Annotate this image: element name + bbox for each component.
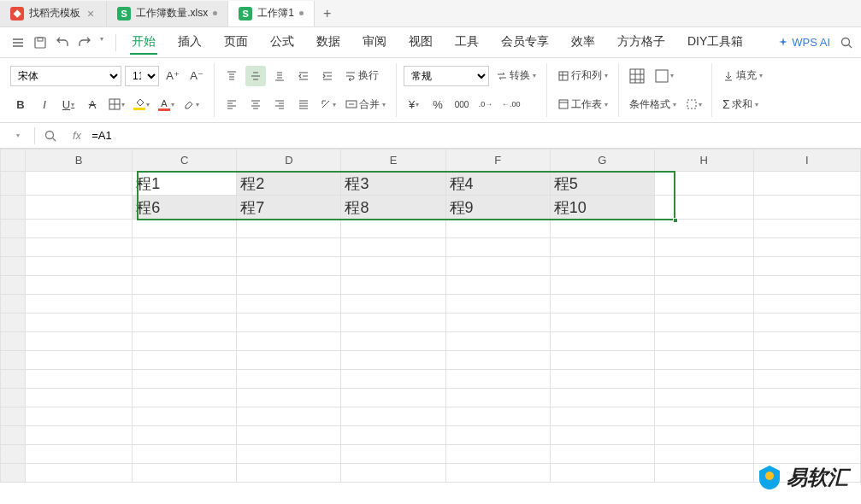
row-header[interactable]: [1, 407, 26, 426]
expand-icon[interactable]: ▾: [683, 94, 705, 114]
cell[interactable]: [25, 172, 132, 196]
tab-workbook1[interactable]: S 工作簿1: [228, 1, 315, 26]
row-header[interactable]: [1, 196, 26, 220]
menu-icon[interactable]: [10, 35, 26, 50]
redo-icon[interactable]: [77, 35, 92, 50]
select-all-corner[interactable]: [1, 149, 26, 172]
cell[interactable]: [753, 196, 860, 220]
menu-tools[interactable]: 工具: [453, 31, 481, 55]
border-button[interactable]: ▾: [106, 94, 127, 114]
indent-decrease-icon[interactable]: [293, 66, 314, 86]
cell[interactable]: [753, 172, 860, 196]
row-header[interactable]: [1, 314, 26, 332]
font-name-select[interactable]: 宋体: [10, 66, 121, 86]
menu-view[interactable]: 视图: [407, 31, 434, 55]
table-format-icon[interactable]: [626, 66, 648, 86]
new-tab-button[interactable]: +: [315, 6, 339, 21]
fx-label[interactable]: fx: [66, 129, 88, 142]
menu-page[interactable]: 页面: [222, 31, 250, 55]
menu-efficiency[interactable]: 效率: [569, 31, 597, 55]
col-header[interactable]: B: [25, 149, 132, 172]
row-header[interactable]: [1, 389, 26, 407]
chevron-down-icon[interactable]: ▾: [100, 35, 103, 50]
row-header[interactable]: [1, 332, 26, 351]
save-icon[interactable]: [32, 35, 48, 50]
cell[interactable]: 程6: [133, 196, 237, 220]
cell-style-icon[interactable]: ▾: [652, 66, 676, 86]
worksheet-button[interactable]: 工作表▾: [554, 94, 611, 114]
decrease-font-icon[interactable]: A⁻: [186, 66, 207, 86]
formula-input[interactable]: [88, 129, 861, 142]
cell[interactable]: [654, 172, 753, 196]
spreadsheet-grid[interactable]: B C D E F G H I 程1 程2 程3 程4 程5 程6 程7 程8 …: [0, 149, 861, 483]
cell[interactable]: 程9: [445, 196, 550, 220]
menu-data[interactable]: 数据: [315, 31, 342, 55]
col-header[interactable]: C: [133, 149, 237, 172]
number-format-select[interactable]: 常规: [404, 66, 489, 86]
row-header[interactable]: [1, 238, 26, 257]
row-header[interactable]: [1, 276, 26, 295]
col-header[interactable]: E: [341, 149, 445, 172]
cond-format-button[interactable]: 条件格式▾: [626, 94, 680, 114]
menu-insert[interactable]: 插入: [176, 31, 203, 55]
align-top-icon[interactable]: [221, 66, 242, 86]
align-bottom-icon[interactable]: [269, 66, 290, 86]
comma-button[interactable]: 000: [451, 94, 472, 114]
row-header[interactable]: [1, 220, 26, 238]
menu-member[interactable]: 会员专享: [499, 31, 551, 55]
merge-button[interactable]: 合并▾: [342, 94, 389, 114]
row-header[interactable]: [1, 464, 26, 483]
close-icon[interactable]: ×: [86, 7, 96, 21]
indent-increase-icon[interactable]: [317, 66, 338, 86]
align-middle-icon[interactable]: [245, 66, 266, 86]
zoom-icon[interactable]: [35, 129, 66, 143]
align-left-icon[interactable]: [221, 94, 242, 114]
row-header[interactable]: [1, 172, 26, 196]
cell[interactable]: 程1: [133, 172, 237, 196]
col-header[interactable]: I: [753, 149, 860, 172]
cell[interactable]: 程10: [550, 196, 654, 220]
row-header[interactable]: [1, 445, 26, 464]
menu-home[interactable]: 开始: [130, 31, 157, 55]
font-color-button[interactable]: A ▾: [156, 94, 177, 114]
row-header[interactable]: [1, 257, 26, 276]
row-header[interactable]: [1, 295, 26, 314]
cell[interactable]: 程5: [550, 172, 654, 196]
cell[interactable]: 程3: [341, 172, 445, 196]
wrap-button[interactable]: 换行: [341, 66, 382, 86]
menu-diy[interactable]: DIY工具箱: [686, 31, 745, 55]
col-header[interactable]: G: [550, 149, 654, 172]
align-center-icon[interactable]: [245, 94, 266, 114]
percent-button[interactable]: %: [428, 94, 448, 114]
bold-button[interactable]: B: [10, 94, 31, 114]
tab-template[interactable]: ◆ 找稻壳模板 ×: [0, 1, 107, 26]
underline-button[interactable]: U▾: [58, 94, 79, 114]
italic-button[interactable]: I: [34, 94, 55, 114]
row-header[interactable]: [1, 351, 26, 370]
wps-ai-button[interactable]: WPS AI: [777, 36, 830, 49]
align-right-icon[interactable]: [269, 94, 290, 114]
rowcol-button[interactable]: 行和列▾: [554, 66, 611, 86]
orientation-button[interactable]: ▾: [317, 94, 339, 114]
name-box[interactable]: ▾: [0, 132, 34, 139]
fill-button[interactable]: 填充▾: [719, 66, 766, 86]
cell[interactable]: 程7: [237, 196, 341, 220]
col-header[interactable]: F: [445, 149, 550, 172]
cell[interactable]: 程4: [445, 172, 550, 196]
cell[interactable]: [654, 196, 753, 220]
sum-button[interactable]: Σ 求和▾: [719, 94, 762, 114]
cell[interactable]: 程2: [237, 172, 341, 196]
increase-decimal-button[interactable]: ←.00: [499, 94, 523, 114]
menu-ffgz[interactable]: 方方格子: [616, 31, 667, 55]
decrease-decimal-button[interactable]: .0→: [475, 94, 496, 114]
search-icon[interactable]: [839, 35, 854, 50]
align-justify-icon[interactable]: [293, 94, 314, 114]
col-header[interactable]: D: [237, 149, 341, 172]
strike-button[interactable]: A: [82, 94, 103, 114]
row-header[interactable]: [1, 426, 26, 445]
font-size-select[interactable]: 11: [125, 66, 159, 86]
row-header[interactable]: [1, 370, 26, 389]
cell[interactable]: 程8: [341, 196, 445, 220]
menu-review[interactable]: 审阅: [361, 31, 388, 55]
undo-icon[interactable]: [55, 35, 70, 50]
